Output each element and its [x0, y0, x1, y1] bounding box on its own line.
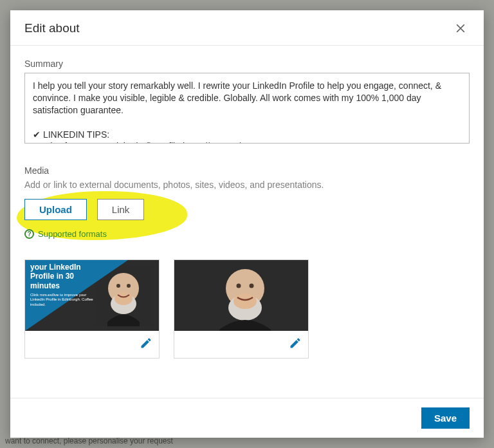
close-icon — [454, 22, 467, 35]
svg-point-10 — [237, 284, 241, 288]
media-thumb[interactable] — [174, 260, 308, 331]
edit-about-modal: Edit about Summary Media Add or link to … — [10, 10, 484, 438]
svg-point-11 — [250, 284, 254, 288]
question-icon: ? — [24, 229, 34, 239]
svg-point-9 — [233, 294, 257, 309]
bg-hint-bottom: want to connect, please personalise your… — [5, 436, 173, 445]
link-button[interactable]: Link — [97, 199, 145, 220]
modal-title: Edit about — [24, 21, 80, 35]
supported-formats-link[interactable]: ? Supported formats — [24, 229, 470, 239]
supported-formats-label: Supported formats — [38, 229, 107, 239]
close-button[interactable] — [452, 19, 470, 37]
media-description: Add or link to external documents, photo… — [24, 180, 470, 190]
thumb-overlay-text: your LinkedIn Profile in 30 minutes Clic… — [30, 263, 101, 307]
media-card: your LinkedIn Profile in 30 minutes Clic… — [24, 259, 160, 359]
summary-textarea[interactable] — [24, 73, 470, 144]
pencil-icon — [289, 337, 302, 350]
pencil-icon — [140, 337, 152, 350]
media-card — [174, 259, 309, 359]
media-buttons-wrap: Upload Link ? Supported formats — [24, 199, 470, 245]
modal-header: Edit about — [10, 10, 484, 46]
upload-button[interactable]: Upload — [24, 199, 87, 220]
edit-media-button[interactable] — [289, 337, 302, 352]
media-thumbnails: your LinkedIn Profile in 30 minutes Clic… — [24, 259, 470, 359]
media-thumb[interactable]: your LinkedIn Profile in 30 minutes Clic… — [25, 260, 159, 331]
summary-label: Summary — [24, 59, 470, 69]
media-button-row: Upload Link — [24, 199, 470, 220]
media-section: Media Add or link to external documents,… — [24, 165, 470, 359]
save-button[interactable]: Save — [421, 407, 470, 429]
edit-media-button[interactable] — [140, 337, 152, 352]
portrait-thumb — [174, 260, 308, 331]
media-label: Media — [24, 165, 470, 176]
modal-footer: Save — [10, 398, 484, 438]
modal-body: Summary Media Add or link to external do… — [10, 46, 484, 398]
